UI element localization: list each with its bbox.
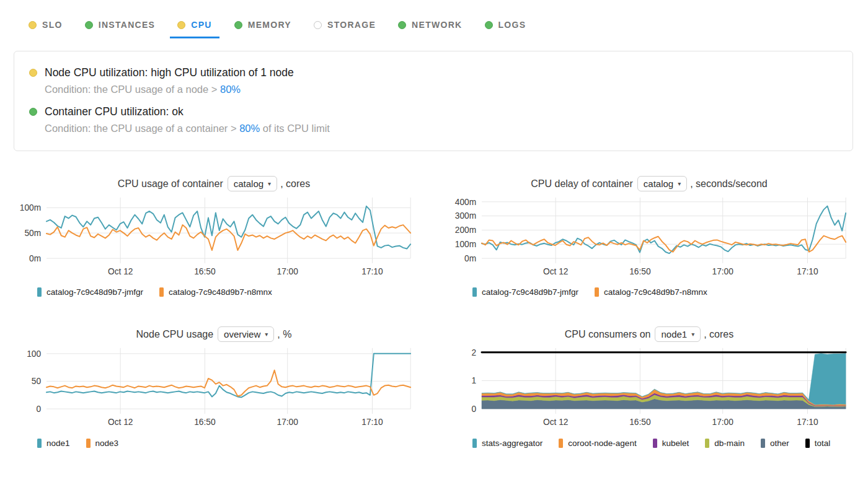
- svg-text:0m: 0m: [29, 254, 41, 263]
- tab-memory[interactable]: MEMORY: [227, 15, 299, 38]
- legend-label: node3: [95, 439, 119, 448]
- tab-storage[interactable]: STORAGE: [306, 15, 383, 38]
- chart-plot-area[interactable]: 0m100m200m300m400mOct 1216:5017:0017:10: [448, 194, 851, 280]
- legend-swatch-icon: [37, 439, 42, 448]
- legend-item-node1[interactable]: node1: [37, 439, 70, 448]
- node-view-select[interactable]: overview ▾: [218, 326, 274, 342]
- svg-text:200m: 200m: [455, 225, 476, 235]
- status-dot-icon: [85, 21, 93, 29]
- chart-plot-area[interactable]: 050100Oct 1216:5017:0017:10: [12, 344, 415, 431]
- legend-item-catalog-7c9c48d9b7-jmfgr[interactable]: catalog-7c9c48d9b7-jmfgr: [472, 287, 578, 297]
- alert-title-text: Container CPU utilization: ok: [45, 105, 184, 118]
- svg-text:16:50: 16:50: [629, 267, 651, 276]
- svg-text:16:50: 16:50: [629, 418, 651, 427]
- tab-label: LOGS: [498, 20, 526, 30]
- tab-cpu[interactable]: CPU: [170, 15, 219, 38]
- legend-item-total[interactable]: total: [805, 439, 831, 448]
- svg-text:100m: 100m: [20, 203, 41, 212]
- tab-network[interactable]: NETWORK: [391, 15, 469, 38]
- legend-swatch-icon: [805, 439, 810, 448]
- dropdown-value: overview: [224, 329, 260, 339]
- svg-text:17:10: 17:10: [797, 418, 818, 427]
- chart-title-suffix: , cores: [704, 329, 733, 340]
- legend-item-catalog-7c9c48d9b7-n8mnx[interactable]: catalog-7c9c48d9b7-n8mnx: [159, 287, 272, 297]
- legend-swatch-icon: [595, 287, 599, 297]
- svg-text:16:50: 16:50: [194, 267, 216, 276]
- chart-title-suffix: , seconds/second: [690, 178, 768, 190]
- svg-text:400m: 400m: [455, 198, 476, 207]
- chart-cpu-consumers: CPU consumers on node1 ▾ , cores 012Oct …: [448, 326, 851, 447]
- svg-text:300m: 300m: [455, 211, 476, 221]
- legend-label: total: [815, 439, 831, 448]
- legend-label: node1: [46, 439, 70, 448]
- legend-swatch-icon: [86, 439, 91, 448]
- svg-text:100m: 100m: [455, 240, 476, 249]
- legend-item-coroot-node-agent[interactable]: coroot-node-agent: [559, 439, 636, 448]
- alert-condition-text: Condition: the CPU usage of a node > 80%: [45, 84, 838, 95]
- chart-title-suffix: , cores: [280, 178, 310, 190]
- chart-cpu-usage-of-container: CPU usage of container catalog ▾ , cores…: [12, 176, 415, 297]
- tab-label: NETWORK: [412, 20, 462, 30]
- node-select[interactable]: node1 ▾: [655, 326, 701, 342]
- status-dot-icon: [177, 21, 185, 29]
- dropdown-value: catalog: [644, 178, 673, 189]
- dropdown-value: catalog: [234, 178, 264, 189]
- legend-item-other[interactable]: other: [761, 439, 789, 448]
- legend-item-kubelet[interactable]: kubelet: [653, 439, 689, 448]
- chart-title-prefix: Node CPU usage: [136, 329, 214, 340]
- chart-plot-area[interactable]: 0m50m100mOct 1216:5017:0017:10: [12, 194, 415, 280]
- legend-swatch-icon: [761, 439, 765, 448]
- svg-text:0: 0: [472, 405, 477, 414]
- chart-node-cpu-usage: Node CPU usage overview ▾ , % 050100Oct …: [12, 326, 415, 447]
- legend-label: catalog-7c9c48d9b7-n8mnx: [604, 287, 707, 297]
- container-select[interactable]: catalog ▾: [228, 176, 277, 191]
- svg-text:Oct 12: Oct 12: [543, 418, 568, 427]
- cpu-dashboard-page: SLOINSTANCESCPUMEMORYSTORAGENETWORKLOGS …: [0, 0, 868, 490]
- chevron-down-icon: ▾: [691, 331, 694, 338]
- tab-logs[interactable]: LOGS: [477, 15, 534, 38]
- chevron-down-icon: ▾: [268, 181, 271, 187]
- status-dot-icon: [29, 21, 37, 29]
- chart-legend: catalog-7c9c48d9b7-jmfgrcatalog-7c9c48d9…: [37, 287, 415, 297]
- legend-item-catalog-7c9c48d9b7-jmfgr[interactable]: catalog-7c9c48d9b7-jmfgr: [37, 287, 143, 297]
- svg-text:50m: 50m: [24, 229, 41, 238]
- chart-title: CPU consumers on node1 ▾ , cores: [448, 326, 851, 342]
- alert-title-text: Node CPU utilization: high CPU utilizati…: [45, 66, 294, 79]
- svg-text:Oct 12: Oct 12: [543, 267, 568, 276]
- status-dot-icon: [29, 69, 37, 77]
- tab-label: STORAGE: [327, 20, 376, 30]
- tab-label: MEMORY: [248, 20, 291, 30]
- tab-slo[interactable]: SLO: [21, 15, 70, 38]
- chart-title-prefix: CPU consumers on: [565, 329, 651, 340]
- svg-text:1: 1: [472, 377, 477, 386]
- svg-text:17:00: 17:00: [712, 418, 734, 427]
- tab-bar: SLOINSTANCESCPUMEMORYSTORAGENETWORKLOGS: [0, 0, 868, 38]
- threshold-value: 80%: [220, 84, 241, 95]
- legend-item-node3[interactable]: node3: [86, 439, 119, 448]
- svg-text:Oct 12: Oct 12: [108, 267, 133, 276]
- legend-label: stats-aggregator: [482, 439, 542, 448]
- legend-label: coroot-node-agent: [568, 439, 636, 448]
- chevron-down-icon: ▾: [678, 181, 681, 187]
- legend-swatch-icon: [559, 439, 563, 448]
- status-dot-icon: [29, 108, 37, 116]
- legend-label: db-main: [714, 439, 745, 448]
- legend-label: catalog-7c9c48d9b7-jmfgr: [46, 287, 143, 297]
- legend-item-catalog-7c9c48d9b7-n8mnx[interactable]: catalog-7c9c48d9b7-n8mnx: [595, 287, 707, 297]
- chart-title-suffix: , %: [277, 329, 291, 340]
- legend-label: other: [770, 439, 789, 448]
- legend-swatch-icon: [472, 287, 477, 297]
- svg-text:0m: 0m: [464, 254, 476, 263]
- chart-cpu-delay-of-container: CPU delay of container catalog ▾ , secon…: [448, 176, 851, 297]
- svg-text:16:50: 16:50: [194, 418, 216, 427]
- legend-item-db-main[interactable]: db-main: [705, 439, 745, 448]
- chart-legend: node1node3: [37, 439, 415, 448]
- chart-title-prefix: CPU delay of container: [531, 178, 633, 190]
- legend-item-stats-aggregator[interactable]: stats-aggregator: [472, 439, 542, 448]
- container-select[interactable]: catalog ▾: [637, 176, 687, 191]
- tab-instances[interactable]: INSTANCES: [78, 15, 163, 38]
- threshold-value: 80%: [239, 123, 260, 134]
- chart-plot-area[interactable]: 012Oct 1216:5017:0017:10: [448, 344, 851, 431]
- chart-legend: catalog-7c9c48d9b7-jmfgrcatalog-7c9c48d9…: [472, 287, 851, 297]
- chart-title-prefix: CPU usage of container: [118, 178, 223, 190]
